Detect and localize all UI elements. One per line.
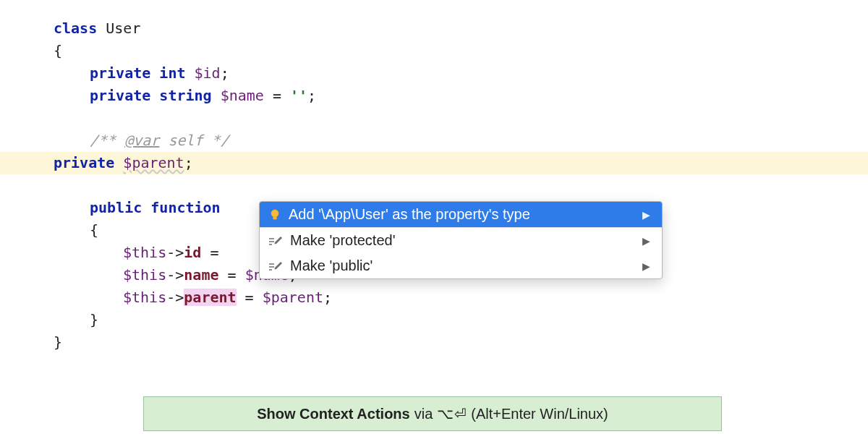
- keyword-class: class: [54, 20, 97, 37]
- chevron-right-icon: ▶: [642, 209, 650, 221]
- semicolon: ;: [221, 64, 229, 82]
- this-ref: $this: [123, 266, 166, 284]
- this-ref: $this: [123, 289, 166, 306]
- code-line[interactable]: }: [54, 331, 868, 354]
- blank-line[interactable]: [54, 107, 868, 129]
- code-line[interactable]: class User: [54, 17, 868, 40]
- code-line[interactable]: private int $id;: [54, 62, 868, 85]
- variable-parent: $parent: [123, 154, 184, 171]
- keyword-private: private: [90, 87, 150, 104]
- tip-strong: Show Context Actions: [257, 406, 409, 422]
- semicolon: ;: [184, 154, 193, 171]
- brace-open: {: [54, 42, 62, 59]
- code-line-highlighted[interactable]: private $parent;: [0, 152, 868, 174]
- variable-name: $name: [221, 87, 264, 104]
- svg-marker-5: [275, 237, 283, 244]
- variable-id: $id: [195, 64, 221, 82]
- arrow-op: ->: [166, 266, 184, 284]
- brace-open: {: [90, 221, 98, 239]
- svg-rect-1: [273, 217, 276, 219]
- string-literal: '': [290, 87, 307, 104]
- class-name: User: [106, 20, 140, 37]
- arrow-op: ->: [166, 289, 184, 306]
- svg-marker-9: [275, 262, 283, 270]
- variable-rhs: $parent: [263, 289, 323, 306]
- brace-close: }: [90, 311, 98, 328]
- tip-banner: Show Context Actions via ⌥⏎ (Alt+Enter W…: [143, 396, 722, 431]
- intention-item-make-public[interactable]: Make 'public' ▶: [260, 253, 662, 278]
- keyword-private: private: [90, 64, 150, 82]
- shortcut-mac: ⌥⏎: [437, 405, 467, 422]
- this-ref: $this: [123, 244, 166, 261]
- member-name: name: [184, 266, 218, 284]
- blank-line[interactable]: [54, 174, 868, 197]
- keyword-private: private: [54, 154, 114, 171]
- intention-item-label: Make 'public': [290, 258, 373, 274]
- svg-point-0: [271, 209, 278, 216]
- semicolon: ;: [323, 289, 332, 306]
- equals: =: [245, 289, 254, 306]
- pencil-icon: [268, 234, 283, 247]
- code-line[interactable]: private string $name = '';: [54, 85, 868, 107]
- brace-close: }: [54, 333, 62, 351]
- member-id: id: [184, 244, 201, 261]
- chevron-right-icon: ▶: [642, 235, 650, 247]
- intention-actions-popup[interactable]: Add '\App\User' as the property's type ▶…: [259, 201, 663, 279]
- intention-item-add-type[interactable]: Add '\App\User' as the property's type ▶: [260, 202, 662, 227]
- intention-item-make-protected[interactable]: Make 'protected' ▶: [260, 228, 662, 253]
- code-line[interactable]: $this->parent = $parent;: [54, 286, 868, 309]
- lightbulb-icon: [268, 208, 281, 221]
- pencil-icon: [268, 260, 283, 273]
- tip-rest: (Alt+Enter Win/Linux): [471, 406, 608, 422]
- keyword-string: string: [159, 87, 211, 104]
- chevron-right-icon: ▶: [642, 260, 650, 272]
- intention-item-label: Add '\App\User' as the property's type: [289, 206, 530, 223]
- keyword-public: public: [90, 199, 142, 216]
- intention-item-label: Make 'protected': [290, 232, 396, 249]
- member-parent: parent: [184, 289, 236, 306]
- tip-via: via: [414, 406, 433, 422]
- code-line[interactable]: }: [54, 309, 868, 331]
- equals: =: [273, 87, 281, 104]
- equals: =: [228, 266, 237, 284]
- keyword-int: int: [159, 64, 185, 82]
- editor-viewport[interactable]: class User { private int $id; private st…: [0, 0, 868, 354]
- code-line[interactable]: /** @var self */: [54, 129, 868, 152]
- doc-comment: /** @var self */: [90, 132, 229, 149]
- keyword-function: function: [150, 199, 220, 216]
- equals: =: [210, 244, 218, 261]
- doc-tag: @var: [124, 132, 159, 149]
- semicolon: ;: [307, 87, 316, 104]
- code-line[interactable]: {: [54, 40, 868, 62]
- arrow-op: ->: [166, 244, 184, 261]
